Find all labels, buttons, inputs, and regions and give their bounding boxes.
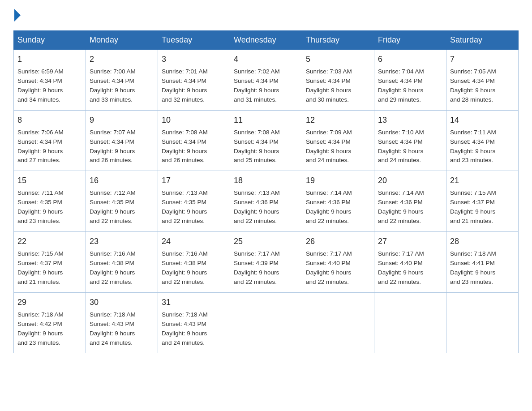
day-cell: 4 Sunrise: 7:02 AMSunset: 4:34 PMDayligh…: [230, 50, 302, 111]
day-number: 14: [450, 114, 515, 126]
weekday-header-monday: Monday: [86, 31, 158, 50]
day-info: Sunrise: 7:05 AMSunset: 4:34 PMDaylight:…: [450, 68, 496, 103]
day-number: 25: [234, 235, 298, 248]
day-cell: [302, 292, 374, 353]
day-cell: 26 Sunrise: 7:17 AMSunset: 4:40 PMDaylig…: [302, 232, 374, 293]
logo: [13, 9, 21, 21]
day-number: 22: [17, 235, 82, 248]
day-info: Sunrise: 7:02 AMSunset: 4:34 PMDaylight:…: [234, 68, 280, 103]
weekday-header-sunday: Sunday: [14, 31, 86, 50]
day-number: 13: [378, 114, 442, 126]
day-info: Sunrise: 7:13 AMSunset: 4:35 PMDaylight:…: [162, 189, 208, 224]
day-info: Sunrise: 7:12 AMSunset: 4:35 PMDaylight:…: [90, 189, 136, 224]
day-number: 21: [450, 175, 515, 187]
logo-arrow-icon: [14, 9, 21, 21]
day-number: 12: [306, 114, 370, 126]
day-number: 30: [90, 296, 154, 308]
day-number: 19: [306, 175, 370, 187]
day-cell: 18 Sunrise: 7:13 AMSunset: 4:36 PMDaylig…: [230, 171, 302, 232]
day-cell: [230, 292, 302, 353]
day-number: 18: [234, 175, 298, 187]
day-number: 4: [234, 53, 298, 65]
day-cell: 15 Sunrise: 7:11 AMSunset: 4:35 PMDaylig…: [14, 171, 86, 232]
day-number: 29: [17, 296, 82, 308]
day-cell: 24 Sunrise: 7:16 AMSunset: 4:38 PMDaylig…: [158, 232, 230, 293]
day-cell: 8 Sunrise: 7:06 AMSunset: 4:34 PMDayligh…: [14, 110, 86, 171]
day-info: Sunrise: 7:03 AMSunset: 4:34 PMDaylight:…: [306, 68, 352, 103]
day-cell: 23 Sunrise: 7:16 AMSunset: 4:38 PMDaylig…: [86, 232, 158, 293]
day-number: 6: [378, 53, 442, 65]
day-info: Sunrise: 7:14 AMSunset: 4:36 PMDaylight:…: [378, 189, 424, 224]
day-info: Sunrise: 7:17 AMSunset: 4:40 PMDaylight:…: [306, 250, 352, 285]
day-info: Sunrise: 7:11 AMSunset: 4:34 PMDaylight:…: [450, 129, 496, 164]
day-info: Sunrise: 7:16 AMSunset: 4:38 PMDaylight:…: [90, 250, 136, 285]
day-cell: 12 Sunrise: 7:09 AMSunset: 4:34 PMDaylig…: [302, 110, 374, 171]
week-row-4: 22 Sunrise: 7:15 AMSunset: 4:37 PMDaylig…: [14, 232, 519, 293]
day-info: Sunrise: 7:00 AMSunset: 4:34 PMDaylight:…: [90, 68, 136, 103]
day-info: Sunrise: 7:18 AMSunset: 4:42 PMDaylight:…: [17, 311, 64, 346]
day-cell: 21 Sunrise: 7:15 AMSunset: 4:37 PMDaylig…: [446, 171, 519, 232]
day-number: 24: [162, 235, 226, 248]
day-cell: 10 Sunrise: 7:08 AMSunset: 4:34 PMDaylig…: [158, 110, 230, 171]
weekday-header-tuesday: Tuesday: [158, 31, 230, 50]
day-cell: 22 Sunrise: 7:15 AMSunset: 4:37 PMDaylig…: [14, 232, 86, 293]
day-cell: 1 Sunrise: 6:59 AMSunset: 4:34 PMDayligh…: [14, 50, 86, 111]
day-number: 3: [162, 53, 226, 65]
day-cell: 30 Sunrise: 7:18 AMSunset: 4:43 PMDaylig…: [86, 292, 158, 353]
day-number: 26: [306, 235, 370, 248]
day-number: 15: [17, 175, 82, 187]
weekday-header-row: SundayMondayTuesdayWednesdayThursdayFrid…: [14, 31, 519, 50]
day-info: Sunrise: 7:08 AMSunset: 4:34 PMDaylight:…: [234, 129, 280, 164]
day-number: 5: [306, 53, 370, 65]
day-cell: 11 Sunrise: 7:08 AMSunset: 4:34 PMDaylig…: [230, 110, 302, 171]
day-info: Sunrise: 7:07 AMSunset: 4:34 PMDaylight:…: [90, 129, 136, 164]
day-info: Sunrise: 7:17 AMSunset: 4:39 PMDaylight:…: [234, 250, 280, 285]
day-info: Sunrise: 7:11 AMSunset: 4:35 PMDaylight:…: [17, 189, 64, 224]
day-number: 27: [378, 235, 442, 248]
day-info: Sunrise: 6:59 AMSunset: 4:34 PMDaylight:…: [17, 68, 64, 103]
day-number: 2: [90, 53, 154, 65]
week-row-2: 8 Sunrise: 7:06 AMSunset: 4:34 PMDayligh…: [14, 110, 519, 171]
day-cell: [446, 292, 519, 353]
day-cell: 29 Sunrise: 7:18 AMSunset: 4:42 PMDaylig…: [14, 292, 86, 353]
weekday-header-thursday: Thursday: [302, 31, 374, 50]
day-cell: 17 Sunrise: 7:13 AMSunset: 4:35 PMDaylig…: [158, 171, 230, 232]
day-info: Sunrise: 7:09 AMSunset: 4:34 PMDaylight:…: [306, 129, 352, 164]
day-info: Sunrise: 7:16 AMSunset: 4:38 PMDaylight:…: [162, 250, 208, 285]
day-cell: 28 Sunrise: 7:18 AMSunset: 4:41 PMDaylig…: [446, 232, 519, 293]
day-number: 20: [378, 175, 442, 187]
day-cell: 5 Sunrise: 7:03 AMSunset: 4:34 PMDayligh…: [302, 50, 374, 111]
day-number: 31: [162, 296, 226, 308]
day-info: Sunrise: 7:14 AMSunset: 4:36 PMDaylight:…: [306, 189, 352, 224]
day-info: Sunrise: 7:01 AMSunset: 4:34 PMDaylight:…: [162, 68, 208, 103]
day-info: Sunrise: 7:10 AMSunset: 4:34 PMDaylight:…: [378, 129, 424, 164]
day-cell: [374, 292, 446, 353]
day-info: Sunrise: 7:08 AMSunset: 4:34 PMDaylight:…: [162, 129, 208, 164]
day-cell: 2 Sunrise: 7:00 AMSunset: 4:34 PMDayligh…: [86, 50, 158, 111]
week-row-5: 29 Sunrise: 7:18 AMSunset: 4:42 PMDaylig…: [14, 292, 519, 353]
day-cell: 14 Sunrise: 7:11 AMSunset: 4:34 PMDaylig…: [446, 110, 519, 171]
day-info: Sunrise: 7:06 AMSunset: 4:34 PMDaylight:…: [17, 129, 64, 164]
day-number: 1: [17, 53, 82, 65]
day-info: Sunrise: 7:15 AMSunset: 4:37 PMDaylight:…: [450, 189, 496, 224]
day-cell: 7 Sunrise: 7:05 AMSunset: 4:34 PMDayligh…: [446, 50, 519, 111]
day-number: 28: [450, 235, 515, 248]
day-info: Sunrise: 7:18 AMSunset: 4:43 PMDaylight:…: [162, 311, 208, 346]
day-cell: 20 Sunrise: 7:14 AMSunset: 4:36 PMDaylig…: [374, 171, 446, 232]
week-row-3: 15 Sunrise: 7:11 AMSunset: 4:35 PMDaylig…: [14, 171, 519, 232]
day-cell: 16 Sunrise: 7:12 AMSunset: 4:35 PMDaylig…: [86, 171, 158, 232]
day-number: 9: [90, 114, 154, 126]
weekday-header-friday: Friday: [374, 31, 446, 50]
day-info: Sunrise: 7:13 AMSunset: 4:36 PMDaylight:…: [234, 189, 280, 224]
weekday-header-saturday: Saturday: [446, 31, 519, 50]
weekday-header-wednesday: Wednesday: [230, 31, 302, 50]
day-cell: 9 Sunrise: 7:07 AMSunset: 4:34 PMDayligh…: [86, 110, 158, 171]
day-cell: 31 Sunrise: 7:18 AMSunset: 4:43 PMDaylig…: [158, 292, 230, 353]
day-cell: 19 Sunrise: 7:14 AMSunset: 4:36 PMDaylig…: [302, 171, 374, 232]
day-info: Sunrise: 7:04 AMSunset: 4:34 PMDaylight:…: [378, 68, 424, 103]
day-info: Sunrise: 7:17 AMSunset: 4:40 PMDaylight:…: [378, 250, 424, 285]
page-header: [13, 9, 519, 21]
day-cell: 13 Sunrise: 7:10 AMSunset: 4:34 PMDaylig…: [374, 110, 446, 171]
day-info: Sunrise: 7:18 AMSunset: 4:43 PMDaylight:…: [90, 311, 136, 346]
day-number: 8: [17, 114, 82, 126]
